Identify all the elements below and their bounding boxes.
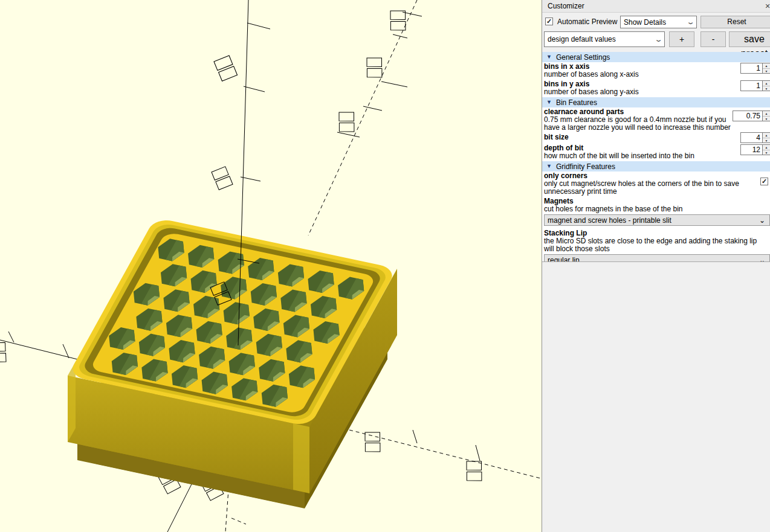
spin-buttons[interactable]: ▲ ▼ — [763, 63, 770, 74]
3d-viewport[interactable] — [0, 0, 542, 532]
param-bins-y: bins in y axis number of bases along y-a… — [542, 80, 770, 97]
chevron-down-icon: ⌄ — [759, 256, 765, 263]
param-bit-size: bit size 4 ▲ ▼ — [542, 133, 770, 144]
automatic-preview-checkbox[interactable]: ✓ — [545, 18, 553, 25]
spin-up-icon[interactable]: ▲ — [763, 81, 770, 86]
collapse-triangle-icon: ▼ — [546, 54, 552, 60]
param-desc: number of bases along y-axis — [544, 88, 736, 96]
param-bins-x: bins in x axis number of bases along x-a… — [542, 62, 770, 80]
magnets-select[interactable]: magnet and screw holes - printable slit … — [544, 214, 770, 226]
only-corners-checkbox[interactable]: ✓ — [760, 178, 768, 185]
spin-buttons[interactable]: ▲ ▼ — [763, 144, 770, 155]
section-title: Gridfinity Features — [556, 162, 615, 171]
spin-value[interactable]: 12 — [740, 144, 763, 155]
spin-up-icon[interactable]: ▲ — [763, 145, 770, 150]
param-name: bit size — [544, 133, 770, 141]
param-bit-depth: depth of bit how much of the bit will be… — [542, 144, 770, 161]
spin-buttons[interactable]: ▲ ▼ — [763, 111, 770, 121]
customizer-panel: Customizer ✕ ✓ Automatic Preview Show De… — [542, 0, 770, 532]
param-desc: how much of the bit will be inserted int… — [544, 152, 736, 160]
preset-toolbar: design default values ⌄ + - save preset — [542, 31, 770, 47]
spin-value[interactable]: 1 — [740, 80, 763, 91]
spin-up-icon[interactable]: ▲ — [763, 133, 770, 138]
close-icon[interactable]: ✕ — [763, 1, 770, 11]
section-title: General Settings — [556, 53, 610, 62]
reset-button[interactable]: Reset — [700, 16, 770, 28]
param-stacking-lip: Stacking Lip the Micro SD slots are clos… — [542, 229, 770, 262]
spin-buttons[interactable]: ▲ ▼ — [763, 80, 770, 91]
section-header-bin-features[interactable]: ▼ Bin Features — [542, 97, 770, 107]
detail-level-value: Show Details — [624, 18, 666, 27]
spin-value[interactable]: 4 — [740, 132, 763, 143]
bit-size-spinbox[interactable]: 4 ▲ ▼ — [740, 132, 770, 143]
param-desc: only cut magnet/screw holes at the corne… — [544, 180, 749, 196]
parameter-area: ▼ General Settings bins in x axis number… — [542, 52, 770, 262]
stacking-lip-value: regular lip — [548, 256, 580, 263]
preview-toolbar: ✓ Automatic Preview Show Details ⌄ Reset — [542, 16, 770, 28]
param-desc: 0.75 mm clearance is good for a 0.4mm no… — [544, 116, 736, 132]
save-preset-button[interactable]: save preset — [729, 31, 770, 47]
collapse-triangle-icon: ▼ — [546, 164, 552, 169]
bins-y-spinbox[interactable]: 1 ▲ ▼ — [740, 80, 770, 91]
param-desc: the Micro SD slots are close to the edge… — [544, 237, 765, 253]
chevron-down-icon: ⌄ — [759, 216, 765, 225]
customizer-titlebar: Customizer ✕ — [542, 0, 770, 13]
chevron-down-icon: ⌄ — [654, 36, 663, 43]
param-only-corners: only corners only cut magnet/screw holes… — [542, 171, 770, 197]
automatic-preview-label: Automatic Preview — [557, 18, 617, 26]
spin-value[interactable]: 1 — [740, 63, 763, 74]
remove-preset-button[interactable]: - — [700, 31, 726, 47]
section-header-gridfinity-features[interactable]: ▼ Gridfinity Features — [542, 161, 770, 171]
param-desc: number of bases along x-axis — [544, 71, 736, 79]
preset-select[interactable]: design default values ⌄ — [544, 31, 665, 47]
add-preset-button[interactable]: + — [669, 31, 694, 47]
spin-down-icon[interactable]: ▼ — [763, 86, 770, 91]
param-desc: cut holes for magnets in the base of the… — [544, 205, 765, 213]
preset-value: design default values — [548, 35, 616, 43]
param-clearance: clearnace around parts 0.75 mm clearance… — [542, 107, 770, 133]
stacking-lip-select[interactable]: regular lip ⌄ — [544, 254, 770, 262]
spin-up-icon[interactable]: ▲ — [763, 63, 770, 69]
chevron-down-icon: ⌄ — [686, 18, 695, 26]
viewport-canvas[interactable] — [0, 0, 542, 532]
section-header-general-settings[interactable]: ▼ General Settings — [542, 52, 770, 62]
bit-depth-spinbox[interactable]: 12 ▲ ▼ — [740, 144, 770, 155]
magnets-value: magnet and screw holes - printable slit — [548, 216, 671, 225]
spin-down-icon[interactable]: ▼ — [763, 138, 770, 143]
param-magnets: Magnets cut holes for magnets in the bas… — [542, 197, 770, 229]
spin-down-icon[interactable]: ▼ — [763, 117, 770, 121]
section-title: Bin Features — [556, 98, 597, 107]
spin-buttons[interactable]: ▲ ▼ — [763, 132, 770, 143]
collapse-triangle-icon: ▼ — [546, 100, 552, 105]
spin-up-icon[interactable]: ▲ — [763, 111, 770, 117]
spin-down-icon[interactable]: ▼ — [763, 69, 770, 74]
detail-level-select[interactable]: Show Details ⌄ — [620, 16, 697, 28]
bins-x-spinbox[interactable]: 1 ▲ ▼ — [740, 63, 770, 74]
spin-value[interactable]: 0.75 — [733, 111, 763, 121]
clearance-spinbox[interactable]: 0.75 ▲ ▼ — [733, 111, 770, 121]
spin-down-icon[interactable]: ▼ — [763, 150, 770, 155]
customizer-title: Customizer — [548, 2, 584, 10]
